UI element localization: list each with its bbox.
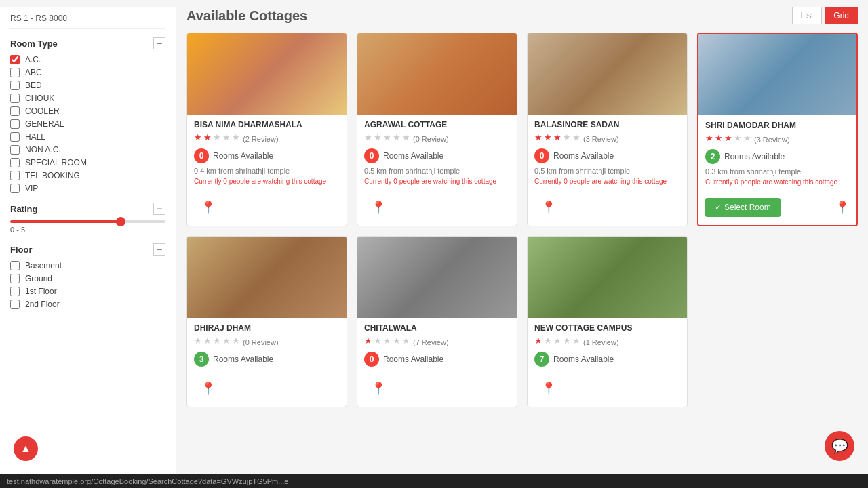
select-room-btn-shri[interactable]: ✓ Select Room: [705, 198, 781, 217]
card-actions-agrawal: 📍: [357, 195, 517, 226]
cottage-card-balasinore: BALASINORE SADAN★★★★★(3 Review)0Rooms Av…: [527, 33, 688, 226]
rooms-available-agrawal: 0Rooms Available: [364, 148, 510, 163]
location-pin-bisa[interactable]: 📍: [194, 197, 222, 220]
location-btn-shri[interactable]: 📍: [835, 200, 850, 215]
star-5-shri: ★: [743, 133, 751, 143]
cottage-card-chital: CHITALWALA★★★★★(7 Review)0Rooms Availabl…: [357, 236, 517, 407]
cottage-image-dhiraj: [187, 237, 347, 318]
room-type-items: A.C.ABCBEDCHOUKCOOLERGENERALHALLNON A.C.…: [10, 55, 165, 193]
checkbox-chouk[interactable]: [10, 94, 20, 103]
room-type-cooler[interactable]: COOLER: [10, 106, 165, 116]
room-badge-bisa: 0: [194, 148, 209, 163]
rooms-available-balasinore: 0Rooms Available: [534, 148, 680, 163]
cottage-grid: BISA NIMA DHARMASHALA★★★★★(2 Review)0Roo…: [186, 33, 858, 407]
checkbox-bed[interactable]: [10, 81, 20, 90]
star-3-agrawal: ★: [383, 132, 391, 142]
review-count-new: (1 Review): [583, 338, 619, 346]
stars-row-bisa: ★★★★★(2 Review): [194, 132, 340, 145]
location-pin-new[interactable]: 📍: [534, 378, 563, 401]
checkbox-cooler[interactable]: [10, 106, 20, 116]
checkbox-vip[interactable]: [10, 184, 20, 193]
card-actions-balasinore: 📍: [528, 195, 687, 226]
room-type-bed[interactable]: BED: [10, 81, 165, 90]
room-type-tel_booking[interactable]: TEL BOOKING: [10, 171, 165, 180]
rating-slider[interactable]: [10, 220, 165, 223]
chat-btn[interactable]: 💬: [825, 431, 854, 461]
cottage-name-agrawal: AGRAWAL COTTAGE: [364, 120, 510, 129]
rating-collapse-btn[interactable]: −: [153, 203, 165, 215]
room-type-ac[interactable]: A.C.: [10, 55, 165, 64]
distance-agrawal: 0.5 km from shrinathji temple: [364, 167, 510, 175]
room-type-collapse-btn[interactable]: −: [153, 37, 165, 49]
floor-header: Floor −: [10, 243, 165, 256]
location-pin-balasinore[interactable]: 📍: [534, 197, 563, 220]
room-type-vip[interactable]: VIP: [10, 184, 165, 193]
location-pin-chital[interactable]: 📍: [364, 378, 393, 401]
label-tel_booking: TEL BOOKING: [25, 171, 80, 180]
star-2-balasinore: ★: [544, 132, 552, 142]
cottage-info-agrawal: AGRAWAL COTTAGE★★★★★(0 Review)0Rooms Ava…: [357, 115, 517, 195]
room-type-non_ac[interactable]: NON A.C.: [10, 145, 165, 155]
cottage-name-bisa: BISA NIMA DHARMASHALA: [194, 120, 340, 129]
checkbox-general[interactable]: [10, 119, 20, 129]
label-chouk: CHOUK: [25, 94, 54, 103]
location-pin-agrawal[interactable]: 📍: [364, 197, 393, 220]
room-type-chouk[interactable]: CHOUK: [10, 94, 165, 103]
star-2-shri: ★: [715, 133, 723, 143]
stars-new: ★★★★★: [534, 336, 580, 346]
rooms-text-bisa: Rooms Available: [213, 151, 273, 161]
floor-collapse-btn[interactable]: −: [153, 243, 165, 256]
rooms-text-balasinore: Rooms Available: [553, 151, 614, 161]
card-actions-shri: ✓ Select Room📍: [698, 195, 856, 222]
location-pin-dhiraj[interactable]: 📍: [194, 378, 222, 401]
label-floor-basement: Basement: [25, 261, 62, 270]
rooms-available-new: 7Rooms Available: [534, 352, 680, 367]
room-badge-balasinore: 0: [534, 148, 549, 163]
checkbox-floor-basement[interactable]: [10, 261, 20, 270]
grid-view-btn[interactable]: Grid: [825, 7, 858, 24]
rooms-available-dhiraj: 3Rooms Available: [194, 352, 340, 367]
floor-basement[interactable]: Basement: [10, 261, 165, 270]
star-3-shri: ★: [724, 133, 732, 143]
checkbox-floor-first[interactable]: [10, 287, 20, 296]
star-4-shri: ★: [734, 133, 742, 143]
floor-items: BasementGround1st Floor2nd Floor: [10, 261, 165, 309]
room-type-general[interactable]: GENERAL: [10, 119, 165, 129]
cottage-card-new: NEW COTTAGE CAMPUS★★★★★(1 Review)7Rooms …: [527, 236, 688, 407]
scroll-top-btn[interactable]: ▲: [14, 436, 38, 461]
checkbox-tel_booking[interactable]: [10, 171, 20, 180]
checkbox-floor-ground[interactable]: [10, 274, 20, 283]
cottage-info-dhiraj: DHIRAJ DHAM★★★★★(0 Review)3Rooms Availab…: [187, 318, 347, 375]
room-type-abc[interactable]: ABC: [10, 68, 165, 77]
cottage-info-shri: SHRI DAMODAR DHAM★★★★★(3 Review)2Rooms A…: [698, 115, 856, 195]
cottage-info-balasinore: BALASINORE SADAN★★★★★(3 Review)0Rooms Av…: [528, 115, 687, 195]
floor-ground[interactable]: Ground: [10, 274, 165, 283]
cottage-image-chital: [357, 237, 517, 318]
checkbox-floor-second[interactable]: [10, 300, 20, 309]
checkbox-abc[interactable]: [10, 68, 20, 77]
star-3-dhiraj: ★: [213, 336, 221, 346]
floor-filter: Floor − BasementGround1st Floor2nd Floor: [10, 243, 165, 309]
checkbox-non_ac[interactable]: [10, 145, 20, 155]
main-header: Available Cottages List Grid: [186, 7, 858, 24]
star-5-dhiraj: ★: [232, 336, 240, 346]
checkbox-special_room[interactable]: [10, 158, 20, 167]
cottage-name-shri: SHRI DAMODAR DHAM: [705, 121, 850, 130]
page-title: Available Cottages: [186, 8, 307, 24]
rating-slider-thumb[interactable]: [116, 217, 125, 226]
room-badge-dhiraj: 3: [194, 352, 209, 367]
floor-first[interactable]: 1st Floor: [10, 287, 165, 296]
checkbox-ac[interactable]: [10, 55, 20, 64]
checkbox-hall[interactable]: [10, 132, 20, 142]
star-1-shri: ★: [705, 133, 713, 143]
stars-shri: ★★★★★: [705, 133, 751, 143]
list-view-btn[interactable]: List: [792, 7, 823, 24]
rating-range-label: 0 - 5: [10, 226, 165, 234]
room-type-hall[interactable]: HALL: [10, 132, 165, 142]
cottage-card-shri: SHRI DAMODAR DHAM★★★★★(3 Review)2Rooms A…: [697, 33, 858, 226]
label-abc: ABC: [25, 68, 42, 77]
room-type-special_room[interactable]: SPECIAL ROOM: [10, 158, 165, 167]
stars-agrawal: ★★★★★: [364, 132, 410, 142]
floor-second[interactable]: 2nd Floor: [10, 300, 165, 309]
star-4-new: ★: [563, 336, 571, 346]
